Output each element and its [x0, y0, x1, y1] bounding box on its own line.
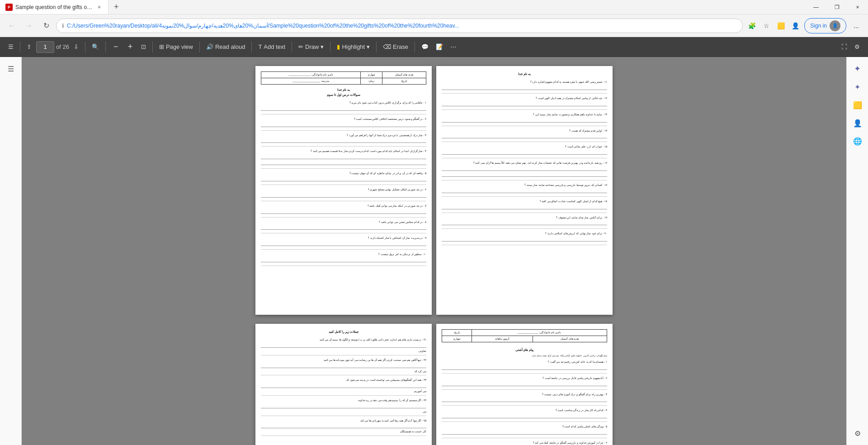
- erase-label: Erase: [393, 43, 408, 50]
- forward-button[interactable]: →: [22, 19, 36, 33]
- address-bar-actions: 🧩 ☆ 🟨 👤: [745, 19, 802, 32]
- new-tab-button[interactable]: +: [108, 0, 124, 14]
- security-icon: ℹ: [62, 23, 64, 29]
- add-text-button[interactable]: T Add text: [255, 40, 288, 54]
- tab-bar: P Sample question of the gifts of t... ×…: [0, 0, 806, 14]
- pdf-page-2: به نام خدا ۱۱ - ضمیر رضی الله عنهم با مف…: [436, 66, 613, 315]
- pdf-viewer[interactable]: هدیه های آسمان چهارم نام و نام خانوادگی:…: [22, 57, 846, 445]
- add-text-label: Add text: [264, 43, 285, 50]
- page-header: هدیه های آسمان چهارم نام و نام خانوادگی:…: [261, 71, 426, 85]
- highlight-button[interactable]: ▮ Highlight ▾: [334, 40, 373, 54]
- p4-questions: ۱ - همسایه ما که به خانه اش می رفتیم چه …: [442, 359, 607, 445]
- q2-1: ۱۱ - ضمیر رضی الله عنهم با مفرد هستند به…: [442, 79, 607, 94]
- extensions-icon[interactable]: 🧩: [745, 19, 758, 32]
- more-annotation-icon: ⋯: [450, 43, 456, 50]
- collections-icon[interactable]: 🟨: [774, 19, 787, 32]
- signin-avatar: 👤: [830, 20, 840, 31]
- question-10: ۱۰ - منظور از نزدیکی به امر نزول چیست ؟: [261, 251, 426, 266]
- q2-3: ۱۳ - بیایید با خداوند باهم همکاری و مشور…: [442, 112, 607, 126]
- highlight-chevron-icon: ▾: [367, 43, 370, 50]
- header-subject: هدیه های آسمان: [382, 72, 426, 78]
- tab-close-button[interactable]: ×: [96, 3, 103, 11]
- minimize-button[interactable]: —: [806, 0, 826, 14]
- annotation-button[interactable]: 📝: [433, 40, 446, 54]
- toolbar-separator-8: [330, 42, 330, 52]
- header-time: زمان:: [361, 78, 382, 84]
- maximize-button[interactable]: ❐: [826, 0, 847, 14]
- p4-subject: هدیه های آسمان: [533, 336, 607, 342]
- sidebar-bookmarks-button[interactable]: ✦: [849, 61, 866, 77]
- question-4: ۴ - نماز گزاران ابتدا در اسلام باید کدام…: [261, 148, 426, 169]
- url-text: C:/Users/Green%20rayan/Desktop/ali/4آسما…: [67, 23, 737, 29]
- erase-button[interactable]: ⌫ Erase: [380, 40, 411, 54]
- read-aloud-icon: 🔊: [206, 43, 213, 50]
- question-2: ۲ - در گفتگو و شنود درس مشخصه اخلاقی کلا…: [261, 116, 426, 131]
- browser-more-button[interactable]: ...: [849, 19, 863, 33]
- profile-icon[interactable]: 👤: [789, 19, 802, 32]
- pdf-page-3: جملات زیر را کامل کنید ۲۱ - دریست بازی ه…: [255, 324, 432, 445]
- sidebar-favorites-button[interactable]: ✦: [849, 79, 866, 95]
- pdf-page-4: نام و نام خانوادگی: _______________ تاری…: [436, 324, 613, 445]
- comment-icon: 💬: [421, 43, 429, 50]
- pdf-toolbar: ☰ ⇧ of 26 ⇩ 🔍 − + ⊡ ⊞ Page view 🔊 Read a…: [0, 37, 868, 57]
- p4-section1-title: پیام های آشتی: [442, 348, 607, 352]
- favorites-icon[interactable]: ☆: [760, 19, 773, 32]
- sidebar-profile-button[interactable]: 👤: [849, 115, 866, 131]
- address-input[interactable]: ℹ C:/Users/Green%20rayan/Desktop/ali/4آس…: [56, 19, 743, 33]
- right-sidebar: ✦ ✦ 🟨 👤 🌐 ⚙: [846, 57, 868, 445]
- tab-title: Sample question of the gifts of t...: [15, 4, 93, 10]
- q3-5: ۲۵ - اگر تنها آدم اگر همه رها کنی امید ب…: [261, 418, 426, 436]
- question-9: ۹ - در مدیریت نماز آن اشخاص با نماز اشتب…: [261, 235, 426, 250]
- refresh-button[interactable]: ↻: [39, 19, 53, 33]
- draw-button[interactable]: ✏ Draw ▾: [296, 40, 326, 54]
- close-button[interactable]: ×: [847, 0, 868, 14]
- zoom-out-button[interactable]: −: [109, 41, 122, 53]
- q2-7: ۱۷ - کسانی که دیروز توسط بازرسی و بازرسی…: [442, 182, 607, 197]
- p4-q6: ۶ - چرا در آموزش خداوند و بازرسی گفتگو د…: [442, 440, 607, 445]
- toolbar-separator-3: [105, 42, 106, 52]
- title-bar: P Sample question of the gifts of t... ×…: [0, 0, 868, 14]
- p4-q3: ۳ - بهترین راه برای گفتگو و درک آموزه ها…: [442, 392, 607, 406]
- search-button[interactable]: 🔍: [89, 40, 102, 54]
- sidebar-collections-button[interactable]: 🟨: [849, 97, 866, 113]
- page3-title: جملات زیر را کامل کنید: [261, 329, 426, 334]
- page-view-label: Page view: [166, 43, 193, 50]
- p4-subject2: آزمون ماهانه: [472, 336, 533, 342]
- q2-6: ۱۶ - رو بقیه باز مانده ودر بهترین فرصت ه…: [442, 160, 607, 180]
- q3-4: ۲۴ - اگر سیستم آن که را ببینیم هم وقت می…: [261, 398, 426, 416]
- page-view-button[interactable]: ⊞ Page view: [156, 40, 196, 54]
- annotation-icon: 📝: [436, 43, 443, 50]
- q2-4: ۱۴ - اولین قدم مشترک که هست ؟: [442, 128, 607, 142]
- sidebar-settings-bottom[interactable]: ⚙: [849, 425, 866, 441]
- question-1: ۱ - جاهایی را که برای برگزاری کلاس درس ک…: [261, 100, 426, 114]
- toolbar-separator-10: [415, 42, 415, 52]
- sidebar-browser-button[interactable]: 🌐: [849, 133, 866, 149]
- more-annotation-button[interactable]: ⋯: [448, 40, 459, 54]
- header-school: مدرسه: ____________________: [261, 78, 361, 84]
- question-8: ۸ - در کدام مجلس جشن می توانی باشد ؟: [261, 219, 426, 234]
- next-page-button[interactable]: ⇩: [71, 40, 81, 54]
- header-grade: چهارم: [361, 72, 382, 78]
- page-number-input[interactable]: [36, 41, 54, 53]
- page-navigation: ⇧ of 26 ⇩: [24, 40, 81, 54]
- fit-page-button[interactable]: ⊡: [138, 40, 149, 54]
- active-tab[interactable]: P Sample question of the gifts of t... ×: [0, 0, 108, 14]
- page-total-label: of 26: [56, 43, 69, 50]
- fullscreen-button[interactable]: ⛶: [839, 40, 850, 54]
- question-6: ۶ - در چه صورتی امکان تشکیل نهایی مصلح ش…: [261, 187, 426, 201]
- q3-3: ۲۳ - همه این گفتگوهای دیسیپلین می توانست…: [261, 377, 426, 396]
- sidebar-toggle-icon-button[interactable]: ☰: [3, 61, 19, 77]
- pdf-settings-button[interactable]: ⚙: [852, 40, 863, 54]
- fullscreen-icon: ⛶: [841, 43, 847, 50]
- sign-in-button[interactable]: Sign in 👤: [804, 18, 846, 33]
- toggle-sidebar-button[interactable]: ☰: [5, 40, 16, 54]
- toolbar-separator-2: [85, 42, 85, 52]
- back-button[interactable]: ←: [5, 19, 19, 33]
- p4-q5: ۵ - ویژگی های اصلی پیامبر کدام است ؟: [442, 424, 607, 438]
- zoom-in-button[interactable]: +: [124, 41, 137, 53]
- page4-header: نام و نام خانوادگی: _______________ تاری…: [442, 329, 607, 342]
- comment-button[interactable]: 💬: [419, 40, 431, 54]
- read-aloud-button[interactable]: 🔊 Read aloud: [203, 40, 248, 54]
- p4-q4: ۴ - کدام راه کار نماز در زندگی مناسب است…: [442, 407, 607, 422]
- previous-page-button[interactable]: ⇧: [24, 40, 34, 54]
